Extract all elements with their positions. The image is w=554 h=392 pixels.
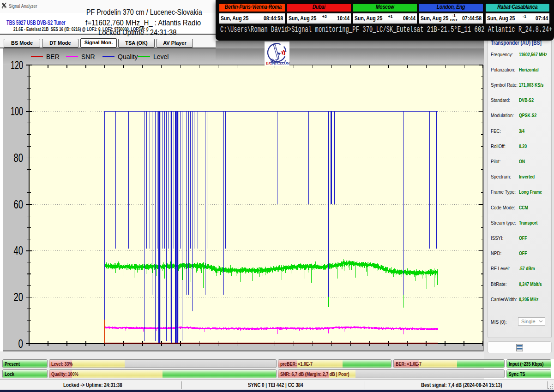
svg-text:60: 60 — [14, 198, 24, 211]
svg-text:SNR: SNR — [81, 53, 95, 60]
svg-text:20: 20 — [14, 291, 24, 303]
svg-text:80: 80 — [14, 151, 24, 164]
svg-text:Level: Level — [153, 53, 169, 60]
svg-text:100: 100 — [11, 105, 23, 118]
svg-text:120: 120 — [11, 59, 23, 71]
svg-text:0: 0 — [18, 337, 24, 350]
svg-text:Quality: Quality — [118, 53, 138, 60]
svg-text:40: 40 — [14, 244, 24, 257]
svg-text:DXSATCS.COM: DXSATCS.COM — [266, 61, 289, 65]
svg-text:BER: BER — [46, 53, 60, 60]
